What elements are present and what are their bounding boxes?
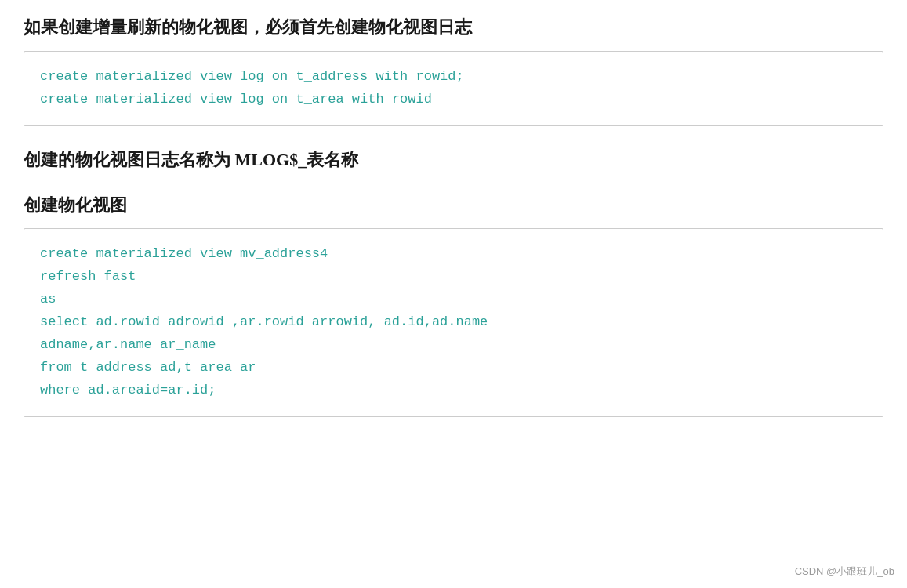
code-block-1: create materialized view log on t_addres… — [24, 51, 883, 126]
code-line: from t_address ad,t_area ar — [40, 357, 867, 379]
heading-1: 如果创建增量刷新的物化视图，必须首先创建物化视图日志 — [24, 16, 883, 40]
heading-2: 创建的物化视图日志名称为 MLOG$_表名称 — [24, 148, 883, 172]
code-line: adname,ar.name ar_name — [40, 334, 867, 357]
heading-3: 创建物化视图 — [24, 194, 883, 217]
watermark: CSDN @小跟班儿_ob — [795, 564, 894, 579]
mid-section: 创建的物化视图日志名称为 MLOG$_表名称 — [24, 148, 883, 172]
code-line: create materialized view log on t_addres… — [40, 66, 867, 89]
code-block-2: create materialized view mv_address4 ref… — [24, 228, 883, 416]
code-line: select ad.rowid adrowid ,ar.rowid arrowi… — [40, 311, 867, 334]
code-line: refresh fast — [40, 266, 867, 289]
code-line: create materialized view mv_address4 — [40, 243, 867, 266]
code-line: as — [40, 289, 867, 311]
code-line: where ad.areaid=ar.id; — [40, 379, 867, 402]
code-line: create materialized view log on t_area w… — [40, 89, 867, 111]
